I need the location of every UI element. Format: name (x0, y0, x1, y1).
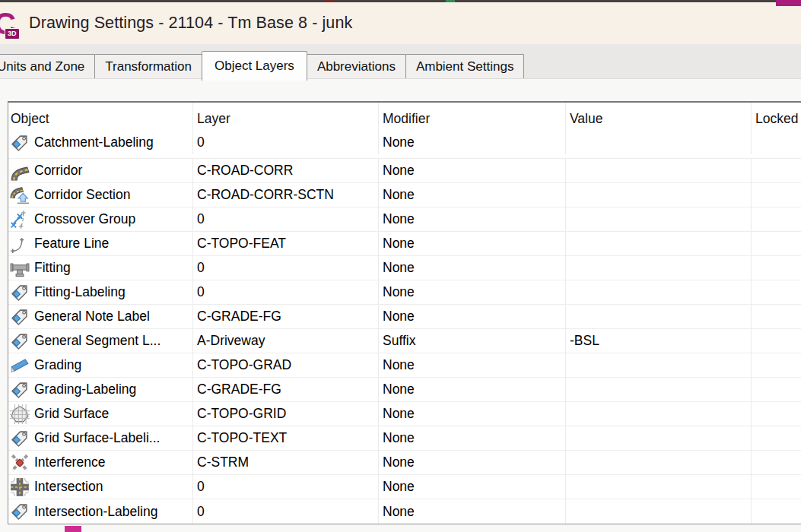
modifier-cell[interactable]: None (379, 207, 566, 231)
table-row[interactable]: Fitting 0 None (8, 256, 801, 280)
value-cell[interactable] (566, 280, 752, 304)
tab-ambient-settings[interactable]: Ambient Settings (405, 54, 525, 78)
label-tag-icon (10, 380, 30, 400)
value-cell[interactable] (566, 159, 752, 182)
value-cell[interactable] (566, 402, 752, 426)
locked-cell[interactable] (752, 329, 801, 353)
window-title-bar[interactable]: C 3D Drawing Settings - 21104 - Tm Base … (0, 2, 801, 44)
layer-cell[interactable]: C-TOPO-TEXT (193, 426, 379, 450)
layer-cell[interactable]: 0 (193, 499, 379, 524)
table-row[interactable]: General Note Label C-GRADE-FG None (8, 305, 801, 329)
modifier-cell[interactable]: None (379, 135, 566, 154)
locked-cell[interactable] (752, 402, 801, 426)
layer-cell[interactable]: C-TOPO-FEAT (193, 232, 379, 255)
value-cell[interactable] (566, 207, 752, 231)
column-header-layer[interactable]: Layer (193, 103, 379, 135)
modifier-cell[interactable]: None (379, 183, 566, 207)
table-row[interactable]: Grid Surface-Labeli... C-TOPO-TEXT None (8, 426, 801, 451)
locked-cell[interactable] (752, 426, 801, 450)
value-cell[interactable] (566, 378, 752, 401)
value-cell[interactable] (566, 135, 752, 154)
locked-cell[interactable] (752, 159, 801, 182)
table-row[interactable]: Corridor Section C-ROAD-CORR-SCTN None (8, 183, 801, 207)
locked-cell[interactable] (752, 232, 801, 255)
layer-cell[interactable]: 0 (193, 280, 379, 304)
crossover-group-icon (10, 210, 30, 230)
modifier-cell[interactable]: None (379, 159, 566, 182)
layer-cell[interactable]: C-ROAD-CORR-SCTN (193, 183, 379, 207)
locked-cell[interactable] (752, 378, 801, 401)
modifier-cell[interactable]: None (379, 475, 566, 499)
layer-cell[interactable]: C-STRM (193, 451, 379, 474)
column-header-value[interactable]: Value (566, 103, 752, 135)
table-row[interactable]: Crossover Group 0 None (8, 207, 801, 232)
layer-cell[interactable]: 0 (193, 256, 379, 280)
modifier-cell[interactable]: None (379, 305, 566, 328)
value-cell[interactable] (566, 256, 752, 280)
table-row[interactable]: Grading-Labeling C-GRADE-FG None (8, 378, 801, 402)
locked-cell[interactable] (752, 353, 801, 377)
tab-units-and-zone[interactable]: Units and Zone (0, 54, 95, 78)
locked-cell[interactable] (752, 305, 801, 328)
layer-cell[interactable]: 0 (193, 475, 379, 499)
modifier-cell[interactable]: None (379, 402, 566, 426)
bottom-edge-artifact (65, 526, 81, 532)
table-row[interactable]: Fitting-Labeling 0 None (8, 280, 801, 305)
modifier-cell[interactable]: None (379, 451, 566, 474)
value-cell[interactable] (566, 305, 752, 328)
value-cell[interactable] (566, 451, 752, 474)
column-header-object[interactable]: Object (8, 103, 193, 135)
modifier-cell[interactable]: None (379, 232, 566, 255)
layer-cell[interactable]: 0 (193, 135, 379, 154)
table-row[interactable]: Corridor C-ROAD-CORR None (8, 159, 801, 183)
modifier-cell[interactable]: None (379, 353, 566, 377)
object-cell: Corridor (8, 159, 193, 182)
table-row[interactable]: Feature Line C-TOPO-FEAT None (8, 232, 801, 256)
modifier-cell[interactable]: None (379, 426, 566, 450)
table-row[interactable]: Interference C-STRM None (8, 451, 801, 475)
layer-cell[interactable]: C-TOPO-GRAD (193, 353, 379, 377)
table-row[interactable]: Catchment-Labeling 0 None (8, 135, 801, 159)
modifier-cell[interactable]: None (379, 499, 566, 524)
locked-cell[interactable] (752, 256, 801, 280)
column-header-modifier[interactable]: Modifier (379, 103, 566, 135)
layer-cell[interactable]: A-Driveway (193, 329, 379, 353)
value-cell[interactable] (566, 183, 752, 207)
intersection-icon (10, 477, 30, 497)
modifier-cell[interactable]: None (379, 378, 566, 401)
layer-cell[interactable]: C-GRADE-FG (193, 378, 379, 401)
locked-cell[interactable] (752, 499, 801, 524)
locked-cell[interactable] (752, 451, 801, 474)
value-cell[interactable] (566, 353, 752, 377)
locked-cell[interactable] (752, 207, 801, 231)
locked-cell[interactable] (752, 135, 801, 154)
modifier-cell[interactable]: Suffix (379, 329, 566, 353)
layer-cell[interactable]: C-TOPO-GRID (193, 402, 379, 426)
value-cell[interactable]: -BSL (566, 329, 752, 353)
value-cell[interactable] (566, 426, 752, 450)
layer-cell[interactable]: 0 (193, 207, 379, 231)
modifier-cell[interactable]: None (379, 256, 566, 280)
corridor-icon (10, 161, 30, 181)
table-row[interactable]: General Segment L... A-Driveway Suffix -… (8, 329, 801, 353)
modifier-cell[interactable]: None (379, 280, 566, 304)
column-header-locked[interactable]: Locked (752, 103, 801, 135)
table-row[interactable]: Intersection 0 None (8, 475, 801, 499)
object-layers-table: ObjectLayerModifierValueLocked Catchment… (8, 101, 801, 524)
object-cell: General Note Label (8, 305, 193, 328)
locked-cell[interactable] (752, 475, 801, 499)
tab-transformation[interactable]: Transformation (94, 54, 202, 78)
layer-cell[interactable]: C-ROAD-CORR (193, 159, 379, 182)
tab-object-layers[interactable]: Object Layers (202, 51, 307, 81)
table-row[interactable]: Grading C-TOPO-GRAD None (8, 353, 801, 378)
locked-cell[interactable] (752, 280, 801, 304)
table-row[interactable]: Intersection-Labeling 0 None (8, 499, 801, 524)
tab-abbreviations[interactable]: Abbreviations (307, 54, 406, 78)
value-cell[interactable] (566, 499, 752, 524)
interference-icon (10, 453, 30, 473)
value-cell[interactable] (566, 232, 752, 255)
locked-cell[interactable] (752, 183, 801, 207)
value-cell[interactable] (566, 475, 752, 499)
layer-cell[interactable]: C-GRADE-FG (193, 305, 379, 328)
table-row[interactable]: Grid Surface C-TOPO-GRID None (8, 402, 801, 426)
